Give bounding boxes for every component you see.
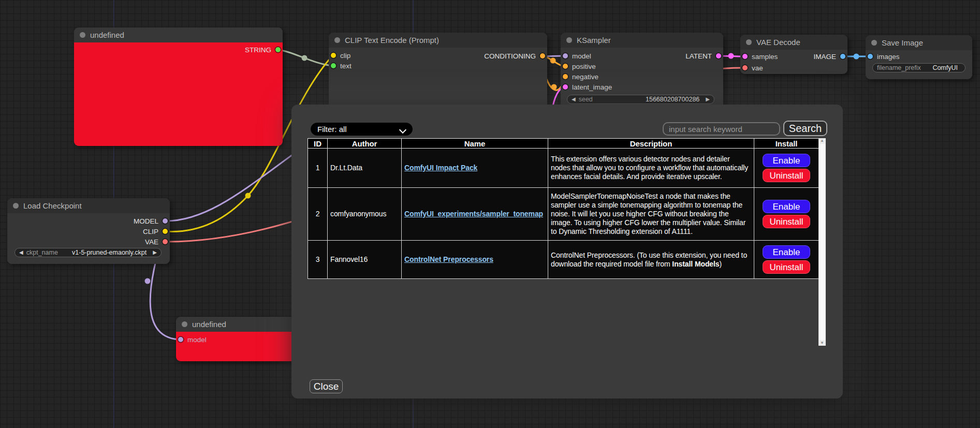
extension-row: 3Fannovel16ControlNet PreprocessorsContr… [308,241,819,279]
wire-midpoint-dot[interactable] [854,54,859,60]
node-undefined-bottom[interactable]: undefinedmodel [176,317,311,361]
node-collapse-dot-icon[interactable] [80,32,85,38]
cell-name: ComfyUI Impact Pack [402,149,548,188]
filter-dropdown[interactable]: Filter: all [311,123,413,136]
slot-dot-icon[interactable] [563,53,568,58]
slot-dot-icon[interactable] [868,54,873,59]
wire-midpoint-dot[interactable] [302,55,308,61]
enable-button[interactable]: Enable [763,154,810,167]
input-slot-samples: samples [742,53,778,60]
output-slot-model: MODEL [134,217,168,225]
slot-dot-icon[interactable] [331,53,336,58]
column-header-name: Name [402,139,548,149]
scrollbar-thumb[interactable] [819,144,825,340]
cell-id: 3 [308,241,328,279]
slot-dot-icon[interactable] [742,54,748,59]
wire-midpoint-dot[interactable] [245,193,251,199]
widget-prev-icon[interactable]: ◀ [572,97,576,102]
node-title-bar[interactable]: VAE Decode [740,35,847,50]
cell-install: EnableUninstall [754,241,819,279]
cell-install: EnableUninstall [754,188,819,241]
input-slot-text: text [331,62,352,69]
input-slot-vae: vae [742,64,763,71]
input-slot-negative: negative [563,73,598,80]
extension-link[interactable]: ComfyUI_experiments/sampler_tonemap [404,210,543,218]
slot-label: samples [752,53,778,61]
node-title-bar[interactable]: KSampler [561,33,723,48]
node-title-bar[interactable]: undefined [176,317,311,332]
close-button[interactable]: Close [310,379,343,393]
widget-filename_prefix[interactable]: filename_prefixComfyUI [872,63,966,72]
slot-dot-icon[interactable] [563,84,568,90]
widget-prev-icon[interactable]: ◀ [19,250,23,255]
widget-next-icon[interactable]: ▶ [706,97,710,102]
output-slot-clip: CLIP [143,228,168,235]
slot-dot-icon[interactable] [540,53,545,58]
input-slot-latent_image: latent_image [563,83,612,91]
enable-button[interactable]: Enable [763,200,810,213]
slot-dot-icon[interactable] [178,337,183,342]
extension-link[interactable]: ComfyUI Impact Pack [404,164,477,172]
slot-label: vae [752,64,763,72]
wire-midpoint-dot[interactable] [551,84,557,90]
widget-value: ComfyUI [932,64,961,71]
wire-midpoint-dot[interactable] [728,53,734,59]
column-header-id: ID [308,139,328,149]
slot-dot-icon[interactable] [716,53,721,58]
widget-next-icon[interactable]: ▶ [153,250,157,255]
wire-midpoint-dot[interactable] [145,278,151,284]
slot-label: IMAGE [813,53,836,61]
slot-dot-icon[interactable] [331,63,336,68]
node-collapse-dot-icon[interactable] [334,37,340,43]
slot-dot-icon[interactable] [840,54,845,59]
slot-dot-icon[interactable] [163,229,168,234]
slot-label: VAE [145,238,158,246]
widget-ckpt_name[interactable]: ◀ckpt_namev1-5-pruned-emaonly.ckpt▶ [14,248,162,257]
slot-dot-icon[interactable] [563,64,568,69]
extension-link[interactable]: ControlNet Preprocessors [404,255,493,263]
slot-label: positive [572,63,596,70]
input-slot-clip: clip [331,52,350,59]
uninstall-button[interactable]: Uninstall [763,169,810,182]
scroll-up-icon[interactable]: ▲ [820,138,824,143]
slot-dot-icon[interactable] [275,47,281,52]
node-collapse-dot-icon[interactable] [746,39,752,45]
node-title: undefined [90,31,124,39]
node-title-bar[interactable]: Save Image [866,35,972,50]
cell-name: ComfyUI_experiments/sampler_tonemap [402,188,548,241]
node-title: CLIP Text Encode (Prompt) [345,36,439,45]
node-load-checkpoint[interactable]: Load CheckpointMODELCLIPVAE◀ckpt_namev1-… [7,198,170,264]
widget-label: seed [579,96,593,103]
slot-label: CLIP [143,228,158,235]
slot-dot-icon[interactable] [742,65,748,70]
wire-midpoint-dot[interactable] [550,58,556,64]
scroll-down-icon[interactable]: ▼ [820,341,824,346]
table-scrollbar[interactable]: ▲ ▼ [818,138,826,346]
search-button[interactable]: Search [783,121,827,136]
node-collapse-dot-icon[interactable] [182,321,187,327]
node-vae-decode[interactable]: VAE DecodesamplesvaeIMAGE [740,35,847,74]
column-header-install: Install [754,139,819,149]
slot-dot-icon[interactable] [163,239,168,244]
node-title: VAE Decode [756,38,800,47]
node-collapse-dot-icon[interactable] [871,40,877,46]
uninstall-button[interactable]: Uninstall [763,215,810,228]
slot-label: model [572,52,591,60]
enable-button[interactable]: Enable [763,245,810,259]
slot-dot-icon[interactable] [163,218,168,224]
widget-value: v1-5-pruned-emaonly.ckpt [72,249,150,256]
node-title-bar[interactable]: CLIP Text Encode (Prompt) [329,33,547,48]
slot-dot-icon[interactable] [563,74,568,79]
node-undefined-top[interactable]: undefinedSTRING [74,27,283,146]
widget-seed[interactable]: ◀seed156680208700286▶ [567,95,714,104]
node-collapse-dot-icon[interactable] [13,203,19,209]
search-input[interactable] [663,122,780,136]
node-title: Save Image [882,38,923,47]
output-slot-image: IMAGE [813,53,845,60]
uninstall-button[interactable]: Uninstall [763,260,810,274]
node-title-bar[interactable]: undefined [74,27,283,42]
node-title-bar[interactable]: Load Checkpoint [7,198,170,213]
slot-label: STRING [245,46,271,54]
node-collapse-dot-icon[interactable] [566,37,572,43]
node-save-image[interactable]: Save Imageimagesfilename_prefixComfyUI [866,35,972,79]
